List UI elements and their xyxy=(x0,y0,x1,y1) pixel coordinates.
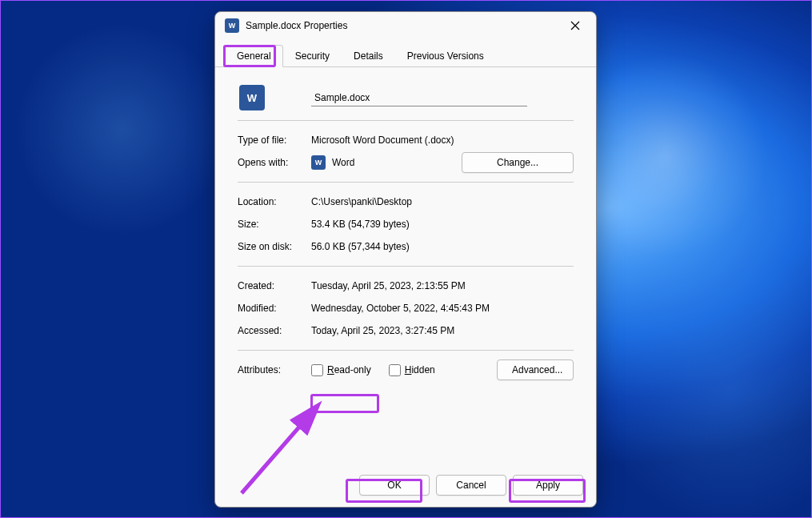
tab-general[interactable]: General xyxy=(225,45,283,67)
word-app-icon xyxy=(311,155,326,170)
location-row: Location: C:\Users\panki\Desktop xyxy=(238,191,574,213)
hidden-label: Hidden xyxy=(405,364,435,375)
tab-content: Type of file: Microsoft Word Document (.… xyxy=(215,67,596,465)
properties-dialog: Sample.docx Properties General Security … xyxy=(214,11,597,508)
modified-row: Modified: Wednesday, October 5, 2022, 4:… xyxy=(238,297,574,319)
attributes-label: Attributes: xyxy=(238,364,311,375)
advanced-button[interactable]: Advanced... xyxy=(497,359,574,380)
location-label: Location: xyxy=(238,196,311,207)
separator xyxy=(238,182,574,183)
document-icon xyxy=(239,85,265,110)
word-file-icon xyxy=(225,18,239,33)
window-title: Sample.docx Properties xyxy=(246,20,558,31)
accessed-row: Accessed: Today, April 25, 2023, 3:27:45… xyxy=(238,319,574,342)
apply-button[interactable]: Apply xyxy=(513,475,583,496)
opens-with-row: Opens with: Word Change... xyxy=(238,151,574,174)
size-on-disk-label: Size on disk: xyxy=(238,241,311,252)
dialog-footer: OK Cancel Apply xyxy=(215,465,596,507)
size-on-disk-row: Size on disk: 56.0 KB (57,344 bytes) xyxy=(238,235,574,258)
filename-input[interactable] xyxy=(311,89,527,106)
separator xyxy=(238,350,574,351)
tab-strip: General Security Details Previous Versio… xyxy=(215,39,596,67)
readonly-checkbox-wrap[interactable]: Read-only xyxy=(311,364,371,376)
close-icon xyxy=(570,21,580,30)
readonly-checkbox[interactable] xyxy=(311,364,323,376)
filename-row xyxy=(238,80,574,110)
accessed-value: Today, April 25, 2023, 3:27:45 PM xyxy=(311,325,574,336)
hidden-checkbox-wrap[interactable]: Hidden xyxy=(389,364,435,376)
type-row: Type of file: Microsoft Word Document (.… xyxy=(238,129,574,151)
type-value: Microsoft Word Document (.docx) xyxy=(311,135,574,146)
size-row: Size: 53.4 KB (54,739 bytes) xyxy=(238,213,574,235)
tab-security[interactable]: Security xyxy=(283,45,342,67)
change-button[interactable]: Change... xyxy=(462,152,574,173)
modified-value: Wednesday, October 5, 2022, 4:45:43 PM xyxy=(311,303,574,314)
tab-previous-versions[interactable]: Previous Versions xyxy=(395,45,496,67)
separator xyxy=(238,266,574,267)
cancel-button[interactable]: Cancel xyxy=(436,475,506,496)
opens-with-label: Opens with: xyxy=(238,157,311,168)
created-value: Tuesday, April 25, 2023, 2:13:55 PM xyxy=(311,280,574,291)
size-value: 53.4 KB (54,739 bytes) xyxy=(311,219,574,230)
ok-button[interactable]: OK xyxy=(359,475,430,496)
opens-with-app: Word xyxy=(332,157,354,168)
tab-details[interactable]: Details xyxy=(342,45,395,67)
separator xyxy=(238,120,574,121)
modified-label: Modified: xyxy=(238,303,311,314)
created-label: Created: xyxy=(238,280,311,291)
titlebar: Sample.docx Properties xyxy=(215,12,596,39)
location-value: C:\Users\panki\Desktop xyxy=(311,196,574,207)
hidden-checkbox[interactable] xyxy=(389,364,401,376)
size-label: Size: xyxy=(238,219,311,230)
close-button[interactable] xyxy=(558,14,593,38)
accessed-label: Accessed: xyxy=(238,325,311,336)
size-on-disk-value: 56.0 KB (57,344 bytes) xyxy=(311,241,574,252)
attributes-row: Attributes: Read-only Hidden Advanced... xyxy=(238,359,574,381)
created-row: Created: Tuesday, April 25, 2023, 2:13:5… xyxy=(238,275,574,297)
type-label: Type of file: xyxy=(238,135,311,146)
readonly-label: Read-only xyxy=(327,364,371,375)
